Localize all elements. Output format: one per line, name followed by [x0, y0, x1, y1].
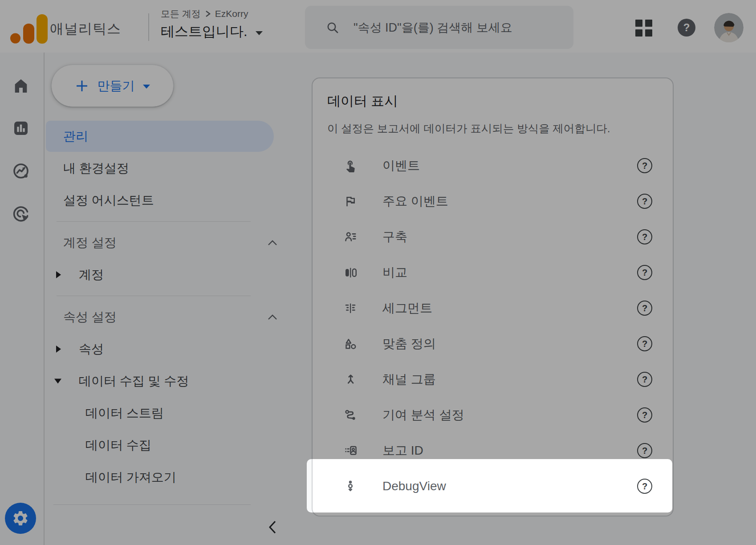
create-button[interactable]: 만들기	[51, 65, 174, 107]
chevron-right-icon	[205, 9, 211, 18]
app-header: 애널리틱스 모든 계정 EzKorry 테스트입니다. "속성 ID"을(를) …	[0, 0, 756, 53]
segment-icon	[344, 301, 357, 315]
left-rail	[0, 53, 45, 545]
row-segments[interactable]: 세그먼트 ?	[313, 290, 673, 326]
row-key-events[interactable]: 주요 이벤트 ?	[313, 183, 673, 219]
nav-item-my-preferences[interactable]: 내 환경설정	[45, 152, 294, 184]
row-audiences[interactable]: 구축 ?	[313, 219, 673, 255]
admin-nav: 만들기 관리 내 환경설정 설정 어시스턴트 계정 설정 계정 속성 설정	[45, 53, 294, 545]
nav-section-account-settings[interactable]: 계정 설정	[45, 227, 294, 259]
help-icon[interactable]: ?	[637, 265, 652, 280]
collapse-nav-icon[interactable]	[266, 519, 280, 535]
chevron-up-icon[interactable]	[267, 313, 278, 321]
apps-grid-icon[interactable]	[635, 20, 652, 37]
nav-item-data-collection-sub[interactable]: 데이터 수집	[45, 429, 294, 461]
nav-divider	[57, 221, 251, 222]
help-glyph: ?	[683, 21, 690, 34]
breadcrumb-all-accounts: 모든 계정	[161, 8, 201, 20]
compare-icon	[344, 266, 357, 279]
help-icon[interactable]: ?	[637, 194, 652, 209]
help-icon[interactable]: ?	[637, 229, 652, 244]
nav-item-data-import[interactable]: 데이터 가져오기	[45, 461, 294, 493]
plus-icon	[75, 79, 89, 93]
analytics-logo-icon[interactable]	[10, 11, 49, 44]
data-display-card: 데이터 표시 이 설정은 보고서에 데이터가 표시되는 방식을 제어합니다. 이…	[312, 77, 674, 517]
create-button-label: 만들기	[98, 77, 135, 94]
help-icon[interactable]: ?	[637, 336, 652, 351]
card-description: 이 설정은 보고서에 데이터가 표시되는 방식을 제어합니다.	[327, 121, 673, 136]
debugview-icon	[344, 480, 357, 493]
breadcrumb[interactable]: 모든 계정 EzKorry 테스트입니다.	[161, 8, 263, 41]
search-icon	[326, 21, 339, 34]
search-placeholder: "속성 ID"을(를) 검색해 보세요	[354, 20, 512, 36]
row-debugview[interactable]: DebugView ?	[313, 468, 673, 504]
help-icon[interactable]: ?	[637, 443, 652, 458]
dropdown-arrow-icon	[256, 31, 263, 35]
badge-icon	[344, 444, 357, 457]
shapes-icon	[344, 337, 357, 350]
breadcrumb-account: EzKorry	[215, 8, 248, 19]
property-name: 테스트입니다.	[161, 22, 248, 41]
route-icon	[344, 408, 357, 422]
caret-down-icon[interactable]	[54, 379, 61, 384]
chevron-up-icon[interactable]	[267, 239, 278, 246]
row-channel-groups[interactable]: 채널 그룹 ?	[313, 362, 673, 397]
row-reporting-identity[interactable]: 보고 ID ?	[313, 433, 673, 468]
card-title: 데이터 표시	[327, 92, 673, 110]
nav-item-setup-assistant[interactable]: 설정 어시스턴트	[45, 184, 294, 216]
search-input[interactable]: "속성 ID"을(를) 검색해 보세요	[305, 6, 573, 49]
merge-icon	[344, 373, 357, 386]
help-icon[interactable]: ?	[637, 301, 652, 316]
caret-right-icon[interactable]	[56, 271, 61, 278]
explore-icon[interactable]	[12, 162, 30, 180]
nav-divider	[53, 504, 251, 505]
nav-item-data-streams[interactable]: 데이터 스트림	[45, 397, 294, 429]
row-events[interactable]: 이벤트 ?	[313, 148, 673, 183]
help-icon[interactable]: ?	[637, 479, 652, 494]
nav-divider	[57, 296, 251, 296]
setting-list: 이벤트 ? 주요 이벤트 ? 구축 ? 비교	[313, 148, 673, 504]
row-attribution-settings[interactable]: 기여 분석 설정 ?	[313, 397, 673, 433]
admin-gear-icon[interactable]	[5, 503, 36, 534]
help-icon[interactable]: ?	[637, 407, 652, 423]
property-switcher[interactable]: 테스트입니다.	[161, 22, 263, 41]
audience-icon	[344, 230, 357, 244]
nav-item-data-collection[interactable]: 데이터 수집 및 수정	[45, 365, 294, 397]
flag-icon	[344, 195, 357, 208]
help-icon[interactable]: ?	[637, 158, 652, 173]
header-divider	[148, 13, 149, 41]
create-dropdown-icon[interactable]	[143, 85, 150, 89]
row-custom-definitions[interactable]: 맞춤 정의 ?	[313, 326, 673, 362]
nav-item-property[interactable]: 속성	[45, 333, 294, 365]
avatar[interactable]	[714, 13, 744, 42]
row-comparisons[interactable]: 비교 ?	[313, 255, 673, 290]
help-icon[interactable]: ?	[637, 372, 652, 387]
nav-item-admin[interactable]: 관리	[45, 120, 294, 152]
home-icon[interactable]	[12, 77, 30, 95]
caret-right-icon[interactable]	[56, 346, 61, 353]
brand-title: 애널리틱스	[50, 20, 121, 38]
nav-item-account[interactable]: 계정	[45, 259, 294, 291]
advertising-icon[interactable]	[12, 205, 30, 223]
nav-section-property-settings[interactable]: 속성 설정	[45, 301, 294, 333]
tap-icon	[344, 159, 357, 172]
reports-icon[interactable]	[12, 119, 30, 137]
help-button[interactable]: ?	[678, 19, 695, 37]
